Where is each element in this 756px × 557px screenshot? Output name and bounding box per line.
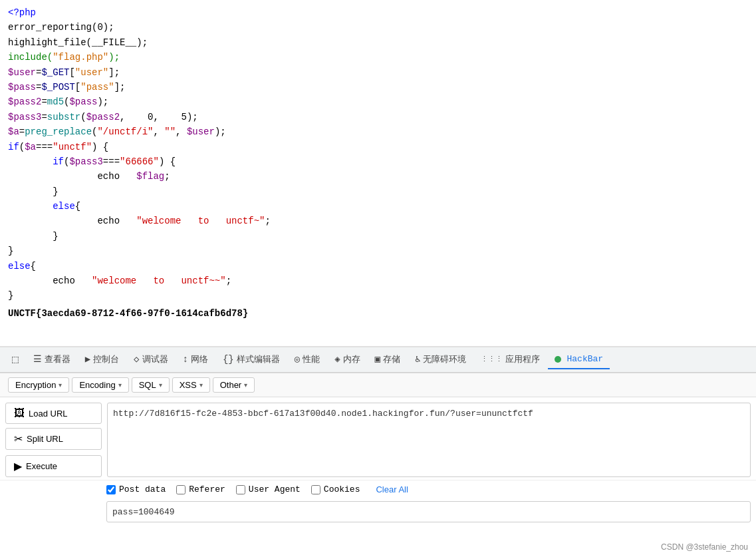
split-url-label: Split URL bbox=[27, 434, 63, 444]
sql-label: SQL bbox=[139, 380, 156, 390]
cookies-checkbox-label[interactable]: Cookies bbox=[311, 484, 360, 494]
clear-all-button[interactable]: Clear All bbox=[376, 484, 408, 494]
post-data-checkbox-label[interactable]: Post data bbox=[106, 484, 166, 494]
post-data-label: Post data bbox=[119, 484, 166, 494]
user-agent-label: User Agent bbox=[249, 484, 301, 494]
encoding-dropdown[interactable]: Encoding ▾ bbox=[72, 377, 128, 393]
hackbar-panel: Encryption ▾ Encoding ▾ SQL ▾ XSS ▾ Othe… bbox=[0, 373, 756, 525]
application-icon: ⋮⋮⋮ bbox=[481, 355, 503, 363]
other-arrow-icon: ▾ bbox=[244, 381, 247, 389]
storage-icon: ▣ bbox=[375, 353, 380, 365]
execute-button[interactable]: ▶ Execute bbox=[5, 455, 102, 477]
referer-checkbox-label[interactable]: Referer bbox=[176, 484, 225, 494]
sql-dropdown[interactable]: SQL ▾ bbox=[132, 377, 170, 393]
code-line-20: } bbox=[8, 288, 748, 303]
encryption-arrow-icon: ▾ bbox=[59, 381, 62, 389]
referer-label: Referer bbox=[189, 484, 225, 494]
encryption-dropdown[interactable]: Encryption ▾ bbox=[8, 377, 69, 393]
execute-label: Execute bbox=[26, 461, 57, 471]
xss-arrow-icon: ▾ bbox=[199, 381, 203, 389]
tab-storage[interactable]: ▣ 存储 bbox=[368, 349, 407, 371]
tab-network[interactable]: ↕ 网络 bbox=[176, 349, 215, 371]
code-line-5: $user=$_GET["user"]; bbox=[8, 65, 748, 80]
code-line-19: echo "welcome to unctf~~"; bbox=[8, 274, 748, 288]
code-line-3: highlight_file(__FILE__); bbox=[8, 35, 748, 50]
referer-checkbox[interactable] bbox=[176, 485, 186, 494]
sql-arrow-icon: ▾ bbox=[159, 381, 162, 389]
inspect-icon: ⬚ bbox=[12, 353, 19, 366]
devtools-toolbar: ⬚ ☰ 查看器 ▶ 控制台 ◇ 调试器 ↕ 网络 {} 样式编辑器 ◎ 性能 ◈… bbox=[0, 346, 756, 373]
code-line-14: else{ bbox=[8, 199, 748, 214]
tab-debugger[interactable]: ◇ 调试器 bbox=[127, 349, 174, 371]
hackbar-toolbar: Encryption ▾ Encoding ▾ SQL ▾ XSS ▾ Othe… bbox=[0, 373, 756, 397]
code-area: <?php error_reporting(0); highlight_file… bbox=[0, 0, 756, 346]
execute-icon: ▶ bbox=[14, 460, 22, 472]
code-line-2: error_reporting(0); bbox=[8, 20, 748, 35]
url-row: 🖼 Load URL ✂ Split URL ▶ Execute bbox=[0, 397, 756, 480]
memory-icon: ◈ bbox=[334, 353, 340, 365]
encoding-label: Encoding bbox=[79, 380, 115, 390]
code-line-18: else{ bbox=[8, 259, 748, 274]
load-url-button[interactable]: 🖼 Load URL bbox=[5, 403, 102, 424]
accessibility-icon: ♿ bbox=[415, 353, 420, 365]
flag-line: UNCTF{3aecda69-8712-4f66-97f0-1614cafb6d… bbox=[8, 306, 748, 321]
tab-application[interactable]: ⋮⋮⋮ 应用程序 bbox=[474, 349, 547, 371]
load-url-icon: 🖼 bbox=[14, 407, 25, 419]
tab-accessibility[interactable]: ♿ 无障碍环境 bbox=[408, 349, 473, 371]
tab-style-editor[interactable]: {} 样式编辑器 bbox=[216, 349, 287, 371]
url-input[interactable] bbox=[113, 409, 745, 442]
code-line-13: } bbox=[8, 184, 748, 199]
tab-viewer[interactable]: ☰ 查看器 bbox=[27, 349, 77, 371]
post-data-area bbox=[0, 498, 756, 525]
cookies-label: Cookies bbox=[324, 484, 360, 494]
hackbar-dot-icon bbox=[555, 356, 561, 363]
code-line-7: $pass2=md5($pass); bbox=[8, 94, 748, 109]
style-icon: {} bbox=[223, 354, 234, 365]
code-line-9: $a=preg_replace("/unctf/i", "", $user); bbox=[8, 124, 748, 139]
cookies-checkbox[interactable] bbox=[311, 485, 320, 494]
url-input-container[interactable] bbox=[107, 403, 751, 477]
tab-hackbar[interactable]: HackBar bbox=[548, 350, 610, 369]
split-url-button[interactable]: ✂ Split URL bbox=[5, 428, 102, 450]
tab-console[interactable]: ▶ 控制台 bbox=[78, 349, 126, 371]
code-line-6: $pass=$_POST["pass"]; bbox=[8, 80, 748, 94]
code-line-4: include("flag.php"); bbox=[8, 50, 748, 65]
code-line-8: $pass3=substr($pass2, 0, 5); bbox=[8, 110, 748, 124]
xss-dropdown[interactable]: XSS ▾ bbox=[172, 377, 210, 393]
post-data-checkbox[interactable] bbox=[106, 485, 116, 494]
network-icon: ↕ bbox=[183, 354, 188, 365]
user-agent-checkbox[interactable] bbox=[236, 485, 245, 494]
code-line-11: if($pass3==="66666") { bbox=[8, 154, 748, 169]
console-icon: ▶ bbox=[85, 353, 90, 365]
watermark: CSDN @3stefanie_zhou bbox=[661, 542, 748, 552]
encryption-label: Encryption bbox=[15, 380, 56, 390]
tab-performance[interactable]: ◎ 性能 bbox=[288, 349, 326, 371]
load-url-label: Load URL bbox=[29, 409, 68, 419]
code-line-10: if($a==="unctf") { bbox=[8, 140, 748, 154]
post-data-input[interactable] bbox=[106, 501, 751, 522]
devtools-inspect-btn[interactable]: ⬚ bbox=[5, 349, 25, 371]
encoding-arrow-icon: ▾ bbox=[118, 381, 122, 389]
code-line-17: } bbox=[8, 244, 748, 258]
code-line-15: echo "welcome to unctf~"; bbox=[8, 214, 748, 228]
user-agent-checkbox-label[interactable]: User Agent bbox=[236, 484, 301, 494]
debugger-icon: ◇ bbox=[134, 353, 139, 365]
split-url-icon: ✂ bbox=[14, 433, 23, 445]
other-label: Other bbox=[220, 380, 242, 390]
other-dropdown[interactable]: Other ▾ bbox=[213, 377, 255, 393]
code-line-1: <?php bbox=[8, 5, 748, 20]
tab-memory[interactable]: ◈ 内存 bbox=[328, 349, 366, 371]
code-line-16: } bbox=[8, 229, 748, 244]
code-line-12: echo $flag; bbox=[8, 169, 748, 184]
checkbox-row: Post data Referer User Agent Cookies Cle… bbox=[0, 480, 756, 498]
performance-icon: ◎ bbox=[295, 353, 300, 365]
side-buttons: 🖼 Load URL ✂ Split URL ▶ Execute bbox=[5, 403, 102, 477]
xss-label: XSS bbox=[180, 380, 197, 390]
viewer-icon: ☰ bbox=[33, 353, 42, 365]
